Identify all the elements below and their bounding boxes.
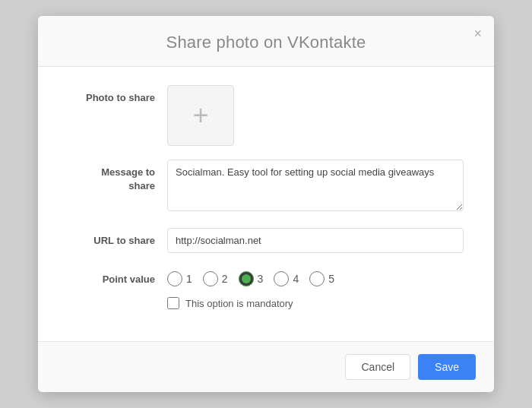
- url-control-wrap: [167, 228, 464, 253]
- radio-3[interactable]: [239, 271, 254, 286]
- radio-5[interactable]: [309, 271, 325, 286]
- url-label: URL to share: [68, 228, 167, 248]
- radio-item-1[interactable]: 1: [167, 271, 192, 286]
- radio-item-4[interactable]: 4: [274, 271, 299, 286]
- url-input[interactable]: [167, 228, 464, 253]
- radio-label-1: 1: [186, 273, 192, 285]
- photo-control-wrap: +: [167, 85, 464, 146]
- message-row: Message toshare Socialman. Easy tool for…: [68, 160, 464, 214]
- radio-item-5[interactable]: 5: [309, 271, 334, 286]
- mandatory-row: This option is mandatory: [167, 297, 464, 309]
- modal-header: Share photo on VKontakte ×: [38, 16, 494, 67]
- message-textarea[interactable]: Socialman. Easy tool for setting up soci…: [167, 160, 464, 211]
- modal-title: Share photo on VKontakte: [68, 33, 464, 52]
- radio-2[interactable]: [203, 271, 218, 286]
- photo-label: Photo to share: [68, 85, 167, 105]
- photo-upload-area[interactable]: +: [167, 85, 234, 146]
- radio-group: 1 2 3 4: [167, 267, 464, 286]
- modal-overlay: Share photo on VKontakte × Photo to shar…: [0, 0, 532, 408]
- radio-label-3: 3: [258, 273, 264, 285]
- point-control-wrap: 1 2 3 4: [167, 267, 464, 309]
- radio-label-4: 4: [293, 273, 299, 285]
- message-control-wrap: Socialman. Easy tool for setting up soci…: [167, 160, 464, 214]
- point-row: Point value 1 2 3: [68, 267, 464, 309]
- radio-item-2[interactable]: 2: [203, 271, 228, 286]
- message-label: Message toshare: [68, 160, 167, 193]
- radio-label-5: 5: [328, 273, 334, 285]
- save-button[interactable]: Save: [418, 354, 476, 380]
- share-modal: Share photo on VKontakte × Photo to shar…: [38, 16, 494, 392]
- radio-4[interactable]: [274, 271, 289, 286]
- mandatory-checkbox[interactable]: [167, 297, 179, 309]
- photo-plus-icon: +: [192, 102, 208, 129]
- mandatory-label: This option is mandatory: [185, 298, 293, 309]
- radio-1[interactable]: [167, 271, 182, 286]
- modal-body: Photo to share + Message toshare Socialm…: [38, 67, 494, 341]
- point-label: Point value: [68, 267, 167, 286]
- photo-row: Photo to share +: [68, 85, 464, 146]
- modal-footer: Cancel Save: [38, 341, 494, 392]
- radio-item-3[interactable]: 3: [239, 271, 264, 286]
- radio-label-2: 2: [222, 273, 228, 285]
- url-row: URL to share: [68, 228, 464, 253]
- cancel-button[interactable]: Cancel: [345, 354, 410, 380]
- close-button[interactable]: ×: [473, 27, 482, 40]
